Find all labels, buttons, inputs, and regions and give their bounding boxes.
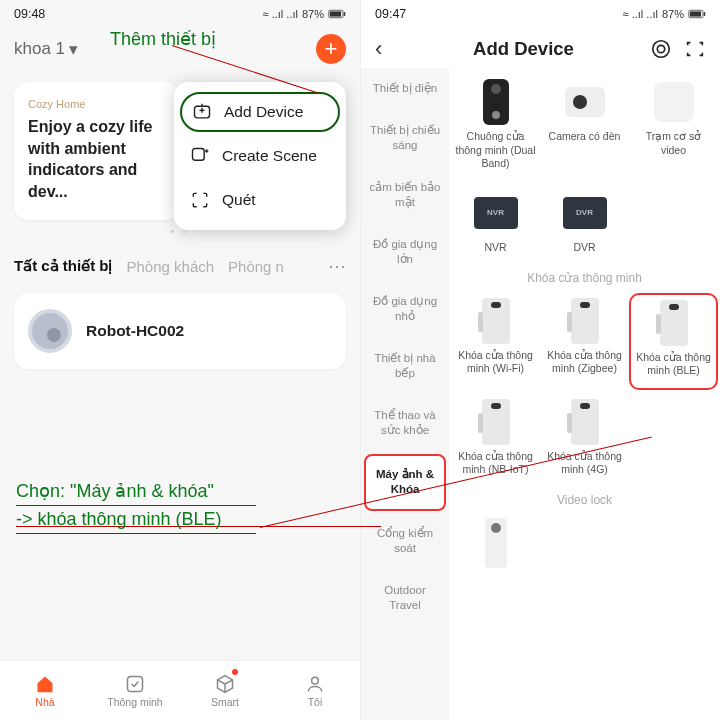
cat-lighting[interactable]: Thiết bị chiếu sáng <box>361 110 449 167</box>
device-name: Robot-HC002 <box>86 322 184 340</box>
device-card[interactable]: Robot-HC002 <box>14 293 346 369</box>
svg-rect-1 <box>330 11 341 16</box>
battery-icon <box>328 9 346 19</box>
add-button[interactable]: + <box>316 34 346 64</box>
svg-point-16 <box>657 45 664 52</box>
home-icon <box>35 674 55 694</box>
annotation-choose: Chọn: "Máy ảnh & khóa" -> khóa thông min… <box>16 478 256 534</box>
phone-right: 09:47 ≈ ..ıl ..ıl 87% ‹ Add Device Thiết… <box>360 0 720 720</box>
banner-card[interactable]: Cozy Home Enjoy a cozy life with ambient… <box>14 82 179 220</box>
empty-cell <box>629 394 718 487</box>
item-dvr[interactable]: DVRDVR <box>540 185 629 265</box>
robot-icon <box>28 309 72 353</box>
battery-icon <box>688 9 706 19</box>
status-bar: 09:47 ≈ ..ıl ..ıl 87% <box>361 0 720 28</box>
scene-icon <box>190 146 210 166</box>
cube-icon <box>215 674 235 694</box>
item-lock-ble[interactable]: Khóa cửa thông minh (BLE) <box>629 293 718 390</box>
check-icon <box>125 674 145 694</box>
svg-rect-10 <box>128 676 143 691</box>
home-selector[interactable]: khoa 1 ▾ <box>14 39 78 60</box>
tab-room[interactable]: Phòng n <box>228 258 284 275</box>
target-icon[interactable] <box>650 38 672 60</box>
cat-kitchen[interactable]: Thiết bị nhà bếp <box>361 338 449 395</box>
device-grid: Chuông cửa thông minh (Dual Band) Camera… <box>449 68 720 720</box>
cat-camera-lock[interactable]: Máy ảnh & Khóa <box>364 454 446 511</box>
back-button[interactable]: ‹ <box>375 36 397 62</box>
chevron-down-icon: ▾ <box>69 39 78 60</box>
cat-security[interactable]: cảm biến bảo mật <box>361 167 449 224</box>
popup-add-device[interactable]: Add Device <box>180 92 340 132</box>
nav-intelligence[interactable]: Thông minh <box>90 661 180 720</box>
bottom-nav: Nhà Thông minh Smart Tôi <box>0 660 360 720</box>
svg-rect-2 <box>344 12 346 16</box>
device-icon <box>192 102 212 122</box>
section-locks: Khóa cửa thông minh <box>451 271 718 285</box>
cat-health[interactable]: Thể thao và sức khỏe <box>361 395 449 452</box>
popup-create-scene[interactable]: Create Scene <box>174 134 346 178</box>
svg-rect-14 <box>704 12 706 16</box>
svg-rect-7 <box>193 149 205 161</box>
item-video-lock[interactable] <box>451 515 540 581</box>
nav-profile[interactable]: Tôi <box>270 661 360 720</box>
section-videolock: Video lock <box>451 493 718 507</box>
add-popup: Add Device Create Scene Quét <box>174 82 346 230</box>
cat-electrical[interactable]: Thiết bị điện <box>361 68 449 110</box>
room-tabs: Tất cả thiết bị Phòng khách Phòng n ⋯ <box>0 247 360 283</box>
phone-left: 09:48 ≈ ..ıl ..ıl 87% khoa 1 ▾ + Cozy Ho… <box>0 0 360 720</box>
banner-tag: Cozy Home <box>28 98 165 110</box>
user-icon <box>305 674 325 694</box>
item-base-station[interactable]: Trạm cơ sở video <box>629 74 718 181</box>
item-nvr[interactable]: NVRNVR <box>451 185 540 265</box>
item-lock-4g[interactable]: Khóa cửa thông minh (4G) <box>540 394 629 487</box>
more-icon[interactable]: ⋯ <box>328 255 346 277</box>
cat-large-appliance[interactable]: Đồ gia dụng lớn <box>361 224 449 281</box>
cat-gateway[interactable]: Cổng kiểm soát <box>361 513 449 570</box>
banner-title: Enjoy a cozy life with ambient indicator… <box>28 116 165 202</box>
empty-cell <box>629 185 718 265</box>
page-title: Add Device <box>397 38 650 60</box>
popup-scan[interactable]: Quét <box>174 178 346 222</box>
item-lock-zigbee[interactable]: Khóa cửa thông minh (Zigbee) <box>540 293 629 390</box>
item-lock-wifi[interactable]: Khóa cửa thông minh (Wi-Fi) <box>451 293 540 390</box>
status-time: 09:47 <box>375 7 406 21</box>
cat-outdoor[interactable]: Outdoor Travel <box>361 570 449 627</box>
cat-small-appliance[interactable]: Đồ gia dụng nhỏ <box>361 281 449 338</box>
item-doorbell[interactable]: Chuông cửa thông minh (Dual Band) <box>451 74 540 181</box>
annotation-add-device: Thêm thiết bị <box>110 28 216 50</box>
scan-icon <box>190 190 210 210</box>
svg-point-11 <box>312 677 319 684</box>
status-bar: 09:48 ≈ ..ıl ..ıl 87% <box>0 0 360 28</box>
category-sidebar: Thiết bị điện Thiết bị chiếu sáng cảm bi… <box>361 68 449 720</box>
notification-dot <box>232 669 238 675</box>
status-icons: ≈ ..ıl ..ıl 87% <box>623 8 706 20</box>
svg-point-15 <box>653 41 670 58</box>
tab-all[interactable]: Tất cả thiết bị <box>14 257 113 275</box>
nav-smart[interactable]: Smart <box>180 661 270 720</box>
tab-room[interactable]: Phòng khách <box>127 258 215 275</box>
nav-home[interactable]: Nhà <box>0 661 90 720</box>
item-camera[interactable]: Camera có đèn <box>540 74 629 181</box>
status-time: 09:48 <box>14 7 45 21</box>
status-icons: ≈ ..ıl ..ıl 87% <box>263 8 346 20</box>
scan-icon[interactable] <box>684 38 706 60</box>
svg-rect-13 <box>690 11 701 16</box>
